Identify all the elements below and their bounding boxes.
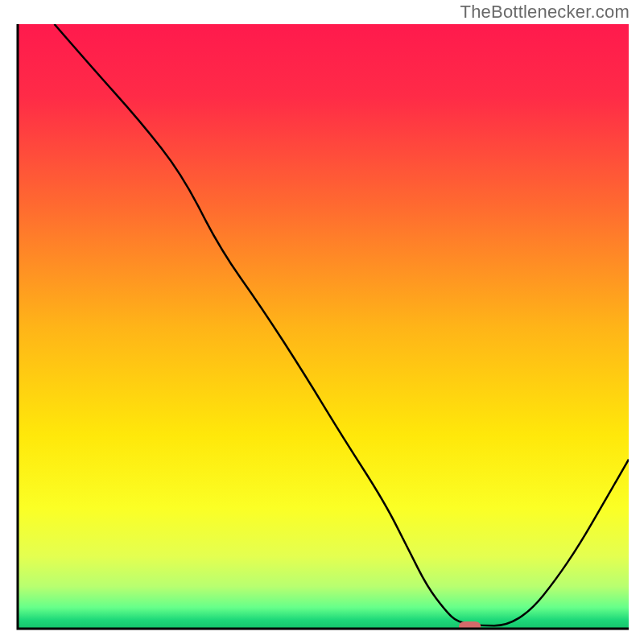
bottleneck-chart [0,0,644,644]
chart-container: { "watermark": "TheBottlenecker.com", "c… [0,0,644,644]
chart-background-gradient [18,24,629,629]
